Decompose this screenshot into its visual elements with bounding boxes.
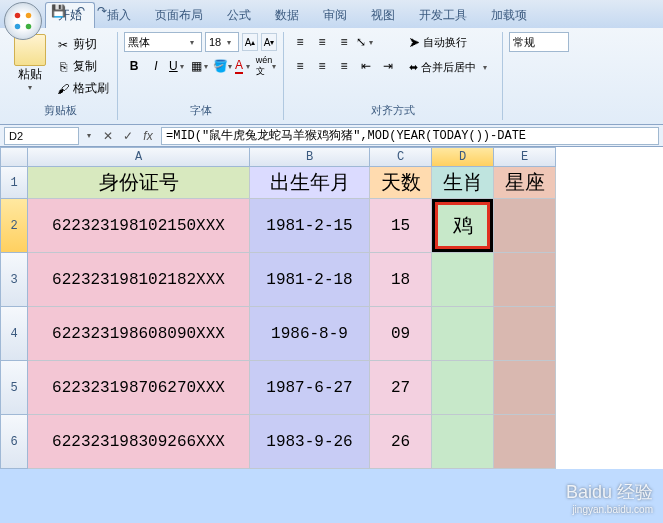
row-header[interactable]: 1: [0, 167, 28, 199]
font-color-button[interactable]: A▾: [234, 56, 254, 76]
cell[interactable]: 09: [370, 307, 432, 361]
cell[interactable]: 26: [370, 415, 432, 469]
chevron-down-icon[interactable]: ▾: [83, 131, 95, 140]
cell[interactable]: 622323198102182XXX: [28, 253, 250, 307]
fx-icon[interactable]: fx: [139, 127, 157, 145]
cell[interactable]: [494, 199, 556, 253]
enter-icon[interactable]: ✓: [119, 127, 137, 145]
cell[interactable]: [494, 253, 556, 307]
cell[interactable]: 身份证号: [28, 167, 250, 199]
formula-input[interactable]: =MID("鼠牛虎兔龙蛇马羊猴鸡狗猪",MOD(YEAR(TODAY())-DA…: [161, 127, 659, 145]
align-bottom-button[interactable]: ≡: [334, 32, 354, 52]
group-number: 常规: [503, 32, 575, 120]
cell[interactable]: [432, 253, 494, 307]
font-name-select[interactable]: 黑体▾: [124, 32, 202, 52]
indent-dec-button[interactable]: ⇤: [356, 56, 376, 76]
cell[interactable]: 出生年月: [250, 167, 370, 199]
cut-button[interactable]: ✂剪切: [54, 34, 111, 55]
underline-button[interactable]: U▾: [168, 56, 188, 76]
align-center-button[interactable]: ≡: [312, 56, 332, 76]
align-top-button[interactable]: ≡: [290, 32, 310, 52]
tab-addins[interactable]: 加载项: [479, 3, 539, 28]
shrink-font-button[interactable]: A▾: [261, 33, 277, 51]
select-all-corner[interactable]: [0, 147, 28, 167]
ribbon-tabs: 开始 插入 页面布局 公式 数据 审阅 视图 开发工具 加载项: [45, 5, 539, 28]
cell[interactable]: 622323198102150XXX: [28, 199, 250, 253]
align-middle-button[interactable]: ≡: [312, 32, 332, 52]
cell[interactable]: [494, 361, 556, 415]
col-header[interactable]: B: [250, 147, 370, 167]
paste-button[interactable]: 粘贴 ▾: [10, 32, 50, 94]
font-size-select[interactable]: 18▾: [205, 32, 239, 52]
cell[interactable]: 27: [370, 361, 432, 415]
col-header[interactable]: A: [28, 147, 250, 167]
fill-color-button[interactable]: 🪣▾: [212, 56, 232, 76]
office-button[interactable]: [4, 2, 42, 40]
chevron-down-icon: ▾: [223, 38, 235, 47]
brush-icon: 🖌: [56, 82, 70, 96]
align-right-button[interactable]: ≡: [334, 56, 354, 76]
cell[interactable]: 1986-8-9: [250, 307, 370, 361]
cell[interactable]: 天数: [370, 167, 432, 199]
col-header[interactable]: C: [370, 147, 432, 167]
tab-layout[interactable]: 页面布局: [143, 3, 215, 28]
bold-button[interactable]: B: [124, 56, 144, 76]
italic-button[interactable]: I: [146, 56, 166, 76]
row-header[interactable]: 3: [0, 253, 28, 307]
row-header[interactable]: 6: [0, 415, 28, 469]
quick-access-toolbar: 💾 ↶ ↷: [50, 3, 110, 19]
scissors-icon: ✂: [56, 38, 70, 52]
align-left-button[interactable]: ≡: [290, 56, 310, 76]
row-header[interactable]: 2: [0, 199, 28, 253]
cell[interactable]: [432, 415, 494, 469]
cell[interactable]: [432, 307, 494, 361]
spreadsheet-grid: 1 2 3 4 5 6 A B C D E 身份证号 出生年月 天数 生肖 星座…: [0, 147, 663, 469]
cell[interactable]: 1983-9-26: [250, 415, 370, 469]
grow-font-button[interactable]: A▴: [242, 33, 258, 51]
painter-button[interactable]: 🖌格式刷: [54, 78, 111, 99]
cell[interactable]: [494, 307, 556, 361]
phonetic-button[interactable]: wén文▾: [256, 56, 276, 76]
undo-icon[interactable]: ↶: [72, 3, 88, 19]
wrap-text-button[interactable]: ⮞自动换行: [404, 32, 496, 53]
save-icon[interactable]: 💾: [50, 3, 66, 19]
cell[interactable]: 星座: [494, 167, 556, 199]
cell[interactable]: 622323198608090XXX: [28, 307, 250, 361]
tab-review[interactable]: 审阅: [311, 3, 359, 28]
col-header[interactable]: E: [494, 147, 556, 167]
svg-point-2: [15, 24, 21, 30]
cell[interactable]: 1981-2-18: [250, 253, 370, 307]
group-font: 黑体▾ 18▾ A▴ A▾ B I U▾ ▦▾ 🪣▾ A▾ wén文▾ 字体: [118, 32, 284, 120]
cell[interactable]: 1987-6-27: [250, 361, 370, 415]
cell[interactable]: 生肖: [432, 167, 494, 199]
copy-button[interactable]: ⎘复制: [54, 56, 111, 77]
tab-formulas[interactable]: 公式: [215, 3, 263, 28]
number-format-select[interactable]: 常规: [509, 32, 569, 52]
merge-icon: ⬌: [409, 61, 418, 74]
col-header[interactable]: D: [432, 147, 494, 167]
row-header[interactable]: 4: [0, 307, 28, 361]
cell[interactable]: 15: [370, 199, 432, 253]
merge-button[interactable]: ⬌合并后居中▾: [404, 57, 496, 78]
cell[interactable]: [432, 361, 494, 415]
tab-data[interactable]: 数据: [263, 3, 311, 28]
cell[interactable]: 622323198309266XXX: [28, 415, 250, 469]
group-alignment: ≡ ≡ ≡ ⤡▾ ≡ ≡ ≡ ⇤ ⇥ ⮞自动换行 ⬌合并后居中▾ 对齐方式: [284, 32, 503, 120]
paste-label: 粘贴: [18, 66, 42, 83]
indent-inc-button[interactable]: ⇥: [378, 56, 398, 76]
chevron-down-icon: ▾: [178, 62, 187, 71]
tab-developer[interactable]: 开发工具: [407, 3, 479, 28]
cancel-icon[interactable]: ✕: [99, 127, 117, 145]
border-button[interactable]: ▦▾: [190, 56, 210, 76]
cell[interactable]: 1981-2-15: [250, 199, 370, 253]
name-box[interactable]: D2: [4, 127, 79, 145]
cell[interactable]: [494, 415, 556, 469]
tab-view[interactable]: 视图: [359, 3, 407, 28]
cell[interactable]: 622323198706270XXX: [28, 361, 250, 415]
row-header[interactable]: 5: [0, 361, 28, 415]
orientation-button[interactable]: ⤡▾: [356, 32, 376, 52]
redo-icon[interactable]: ↷: [94, 3, 110, 19]
cell[interactable]: 18: [370, 253, 432, 307]
chevron-down-icon: ▾: [479, 63, 491, 72]
cell-active[interactable]: 鸡: [432, 199, 494, 253]
